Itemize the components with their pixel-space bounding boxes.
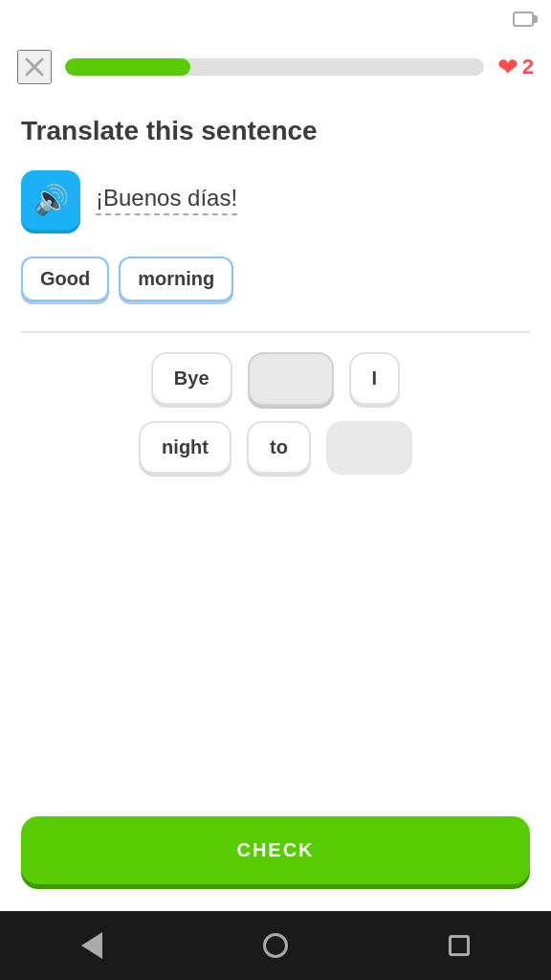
recent-icon [449,935,470,956]
sentence-text: ¡Buenos días! [96,185,237,215]
lives-container: ❤ 2 [497,53,534,82]
answer-tile-good[interactable]: Good [21,256,109,301]
battery-icon [513,11,534,27]
home-nav-button[interactable] [253,923,298,969]
check-button[interactable]: CHECK [21,816,530,884]
status-bar [0,0,551,38]
tiles-row-2: night to [139,421,412,475]
sentence-row: 🔊 ¡Buenos días! [21,170,530,230]
progress-bar-fill [65,58,190,76]
word-tile-blank1 [248,352,334,406]
word-tile-night[interactable]: night [139,421,231,474]
word-tile-blank2 [326,421,412,475]
back-nav-button[interactable] [69,923,115,969]
word-tiles-area: Bye I night to [21,333,530,801]
lives-count: 2 [522,55,534,79]
header: ❤ 2 [0,38,551,96]
answer-area-top[interactable]: Good morning [21,256,530,333]
back-icon [81,932,102,959]
recent-nav-button[interactable] [436,923,482,969]
word-tile-i[interactable]: I [349,352,401,405]
heart-icon: ❤ [497,53,518,82]
instruction-title: Translate this sentence [21,115,530,147]
home-icon [263,933,288,958]
word-tile-bye[interactable]: Bye [151,352,232,405]
bottom-nav [0,911,551,980]
close-icon [23,56,46,78]
word-tile-to[interactable]: to [247,421,311,474]
check-button-container: CHECK [0,801,551,911]
close-button[interactable] [17,50,52,84]
speaker-icon: 🔊 [33,183,69,216]
answer-tile-morning[interactable]: morning [119,256,233,301]
main-content: Translate this sentence 🔊 ¡Buenos días! … [0,96,551,801]
tiles-row-1: Bye I [151,352,400,406]
audio-button[interactable]: 🔊 [21,170,80,230]
progress-bar [65,58,484,76]
